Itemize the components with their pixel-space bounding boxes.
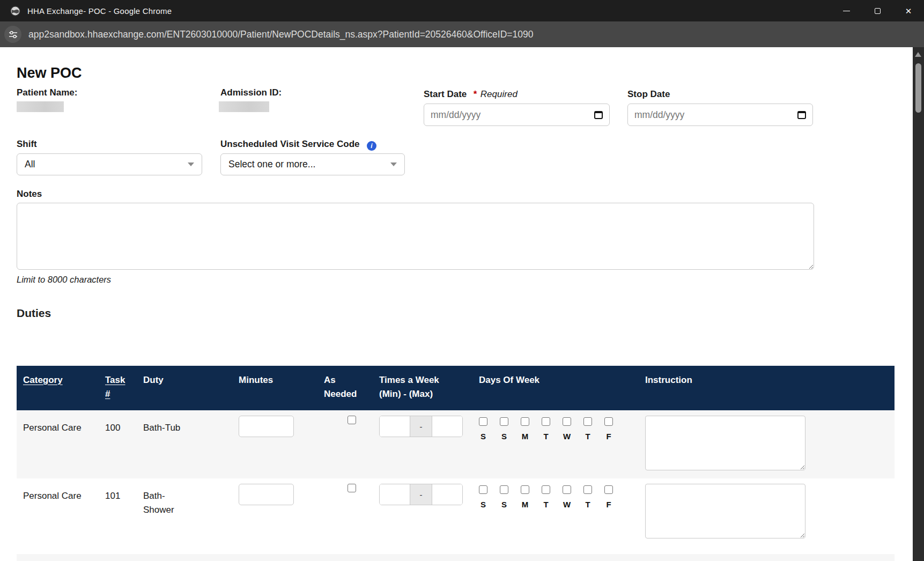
patient-name-redacted [17,101,64,112]
duty-name: Bath-Shower [143,478,181,554]
times-min-input[interactable] [380,416,410,437]
day-letter: T [585,500,590,509]
column-header-times-a-week: Times a Week (Min) - (Max) [379,366,450,410]
service-code-placeholder: Select one or more... [228,159,315,170]
close-button[interactable]: ✕ [893,0,924,21]
day-letter: W [563,432,571,441]
vertical-scrollbar[interactable] [913,47,924,561]
column-header-duty: Duty [143,366,239,410]
day-friday-checkbox[interactable] [604,485,613,494]
days-of-week-group: S S M T W T F [479,478,645,554]
maximize-button[interactable] [862,0,893,21]
column-header-as-needed: As Needed [324,366,359,410]
duty-name: Bath-Tub [143,410,181,478]
times-a-week-group: - [379,484,463,505]
stop-date-input[interactable] [634,109,763,121]
chevron-down-icon [390,163,397,166]
times-range-separator: - [410,416,432,437]
start-date-field[interactable] [424,104,610,126]
instruction-textarea[interactable] [645,484,805,538]
service-code-label: Unscheduled Visit Service Code [220,139,360,149]
column-header-minutes: Minutes [239,366,324,410]
shift-label: Shift [17,139,37,150]
times-max-input[interactable] [432,416,462,437]
times-max-input[interactable] [432,484,462,505]
times-min-input[interactable] [380,484,410,505]
day-thursday-checkbox[interactable] [583,485,592,494]
times-range-separator: - [410,484,432,505]
duties-table-header: Category Task # Duty Minutes As Needed T… [17,366,895,410]
day-wednesday-checkbox[interactable] [563,417,571,426]
window-titlebar: HHA Exchange- POC - Google Chrome ✕ [0,0,924,21]
required-asterisk: * [474,89,477,99]
day-letter: S [481,500,486,509]
service-code-select[interactable]: Select one or more... [220,153,405,175]
day-letter: S [501,432,507,441]
admission-id-redacted [219,101,269,112]
duty-category: Personal Care [17,410,105,478]
day-wednesday-checkbox[interactable] [563,485,571,494]
duty-row-partial [17,554,895,561]
required-text: Required [481,89,518,99]
day-tuesday-checkbox[interactable] [542,485,550,494]
notes-textarea[interactable] [17,203,814,270]
minimize-button[interactable] [831,0,862,21]
close-icon: ✕ [905,7,912,15]
day-saturday-checkbox[interactable] [500,485,508,494]
scroll-up-arrow-icon[interactable] [915,52,921,57]
duty-row: Personal Care 101 Bath-Shower - S S M T [17,478,895,554]
day-letter: M [522,500,529,509]
calendar-icon[interactable] [594,111,603,119]
as-needed-checkbox[interactable] [348,484,356,492]
day-letter: S [481,432,486,441]
window-title: HHA Exchange- POC - Google Chrome [27,6,172,16]
page-url: app2sandbox.hhaexchange.com/ENT260301000… [28,29,533,40]
duty-row: Personal Care 100 Bath-Tub - S S M T [17,410,895,478]
minutes-input[interactable] [239,484,294,505]
shift-selected-value: All [25,159,35,170]
as-needed-checkbox[interactable] [348,416,356,424]
day-letter: T [543,500,548,509]
stop-date-field[interactable] [627,104,813,126]
info-icon[interactable]: i [367,141,376,151]
day-sunday-checkbox[interactable] [479,485,487,494]
day-monday-checkbox[interactable] [521,417,529,426]
page-title: New POC [17,65,82,82]
minutes-input[interactable] [239,416,294,437]
day-friday-checkbox[interactable] [604,417,613,426]
stop-date-label: Stop Date [627,89,670,100]
start-date-input[interactable] [431,109,560,121]
notes-character-limit-hint: Limit to 8000 characters [17,275,111,285]
times-a-week-group: - [379,416,463,437]
maximize-icon [875,8,881,14]
day-letter: F [606,500,611,509]
day-thursday-checkbox[interactable] [583,417,592,426]
day-monday-checkbox[interactable] [521,485,529,494]
duty-task-number: 100 [105,410,143,478]
day-letter: M [522,432,529,441]
column-header-task-number[interactable]: Task # [105,373,130,402]
day-sunday-checkbox[interactable] [479,417,487,426]
duty-task-number: 101 [105,478,143,554]
scrollbar-thumb[interactable] [915,63,921,113]
day-tuesday-checkbox[interactable] [542,417,550,426]
calendar-icon[interactable] [797,111,806,119]
chevron-down-icon [188,163,194,166]
duties-table: Category Task # Duty Minutes As Needed T… [17,366,895,561]
patient-name-label: Patient Name: [17,87,77,98]
day-letter: W [563,500,571,509]
address-bar[interactable]: app2sandbox.hhaexchange.com/ENT260301000… [0,21,924,47]
admission-id-label: Admission ID: [220,87,282,98]
column-header-instruction: Instruction [645,366,895,410]
column-header-category[interactable]: Category [23,375,63,385]
site-permissions-button[interactable] [4,26,21,43]
duty-category: Personal Care [17,478,105,554]
day-letter: F [606,432,611,441]
day-saturday-checkbox[interactable] [500,417,508,426]
notes-label: Notes [17,189,42,200]
browser-window: HHA Exchange- POC - Google Chrome ✕ app2… [0,0,924,561]
shift-select[interactable]: All [17,153,202,175]
start-date-label: Start Date [424,89,467,99]
instruction-textarea[interactable] [645,416,805,470]
column-header-days-of-week: Days Of Week [479,366,645,410]
